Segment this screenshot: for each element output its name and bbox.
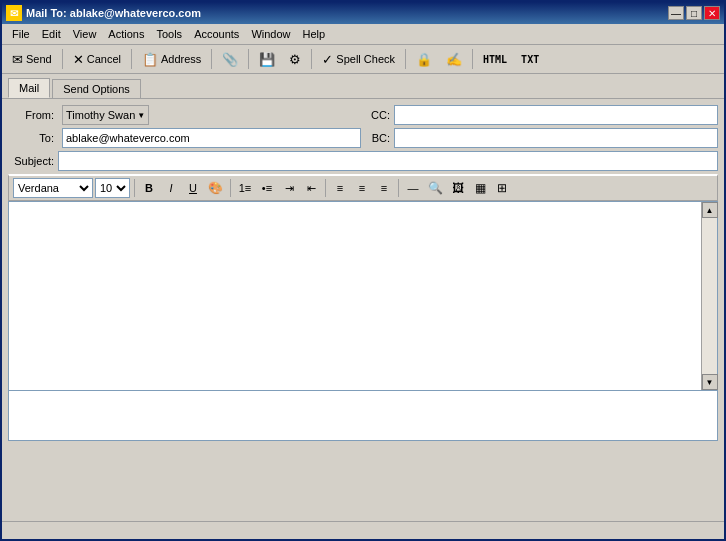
table-button[interactable]: ▦ [470,178,490,198]
zoom-button[interactable]: 🔍 [425,178,446,198]
cancel-label: Cancel [87,53,121,65]
toolbar-sep-5 [311,49,312,69]
spellcheck-icon: ✓ [322,52,333,67]
save-button[interactable]: 💾 [253,48,281,70]
title-bar: ✉ Mail To: ablake@whateverco.com — □ ✕ [2,2,724,24]
bold-button[interactable]: B [139,178,159,198]
to-label: To: [8,132,58,144]
ol-icon: 1≡ [239,182,252,194]
scrollbar[interactable]: ▲ ▼ [701,202,717,390]
bc-input[interactable] [394,128,718,148]
indent-button[interactable]: ⇥ [279,178,299,198]
toolbar-sep-6 [405,49,406,69]
toolbar: ✉ Send ✕ Cancel 📋 Address 📎 💾 ⚙ ✓ Spell … [2,45,724,74]
scroll-up-button[interactable]: ▲ [702,202,718,218]
underline-icon: U [189,182,197,194]
sign-icon: ✍ [446,52,462,67]
from-cc-row: From: Timothy Swan ▼ CC: [8,105,718,125]
menu-file[interactable]: File [6,26,36,42]
minimize-button[interactable]: — [668,6,684,20]
align-left-icon: ≡ [337,182,343,194]
scroll-track[interactable] [702,218,717,374]
scroll-down-button[interactable]: ▼ [702,374,718,390]
menu-bar: File Edit View Actions Tools Accounts Wi… [2,24,724,45]
format-sep-1 [134,179,135,197]
hr-button[interactable]: — [403,178,423,198]
menu-window[interactable]: Window [245,26,296,42]
toolbar-sep-4 [248,49,249,69]
tab-mail[interactable]: Mail [8,78,50,98]
save-icon: 💾 [259,52,275,67]
send-button[interactable]: ✉ Send [6,48,58,70]
align-right-icon: ≡ [381,182,387,194]
form-button[interactable]: ⊞ [492,178,512,198]
bc-label: BC: [365,132,390,144]
address-icon: 📋 [142,52,158,67]
toolbar-sep-2 [131,49,132,69]
close-button[interactable]: ✕ [704,6,720,20]
attach-button[interactable]: 📎 [216,48,244,70]
hr-icon: — [408,182,419,194]
maximize-button[interactable]: □ [686,6,702,20]
to-bc-row: To: BC: [8,128,718,148]
indent-icon: ⇥ [285,182,294,195]
cc-input[interactable] [394,105,718,125]
tab-send-options[interactable]: Send Options [52,79,141,98]
signature-area [8,391,718,441]
spellcheck-button[interactable]: ✓ Spell Check [316,48,401,70]
italic-button[interactable]: I [161,178,181,198]
subject-label: Subject: [8,155,58,167]
color-button[interactable]: 🎨 [205,178,226,198]
outdent-icon: ⇤ [307,182,316,195]
window-title: Mail To: ablake@whateverco.com [26,7,201,19]
menu-edit[interactable]: Edit [36,26,67,42]
ol-button[interactable]: 1≡ [235,178,255,198]
subject-input[interactable] [58,151,718,171]
from-value: Timothy Swan [66,109,135,121]
align-right-button[interactable]: ≡ [374,178,394,198]
image-button[interactable]: 🖼 [448,178,468,198]
send-icon: ✉ [12,52,23,67]
subject-row: Subject: [8,151,718,171]
font-select[interactable]: Verdana Arial Times New Roman [13,178,93,198]
zoom-icon: 🔍 [428,181,443,195]
toolbar-sep-1 [62,49,63,69]
menu-accounts[interactable]: Accounts [188,26,245,42]
menu-help[interactable]: Help [297,26,332,42]
outdent-button[interactable]: ⇤ [301,178,321,198]
align-center-button[interactable]: ≡ [352,178,372,198]
send-label: Send [26,53,52,65]
from-dropdown[interactable]: Timothy Swan ▼ [62,105,149,125]
color-icon: 🎨 [208,181,223,195]
html-button[interactable]: HTML [477,48,513,70]
editor-area[interactable] [9,202,701,390]
menu-actions[interactable]: Actions [102,26,150,42]
cancel-icon: ✕ [73,52,84,67]
bold-icon: B [145,182,153,194]
underline-button[interactable]: U [183,178,203,198]
menu-tools[interactable]: Tools [150,26,188,42]
editor-container: ▲ ▼ [8,201,718,391]
format-sep-4 [398,179,399,197]
italic-icon: I [169,182,172,194]
attach-icon: 📎 [222,52,238,67]
sign-button[interactable]: ✍ [440,48,468,70]
priority-button[interactable]: ⚙ [283,48,307,70]
status-bar [2,521,724,539]
cancel-button[interactable]: ✕ Cancel [67,48,127,70]
format-sep-2 [230,179,231,197]
size-select[interactable]: 8 9 10 11 12 [95,178,130,198]
preview-icon: TXT [521,54,539,65]
align-center-icon: ≡ [359,182,365,194]
main-content: From: Timothy Swan ▼ CC: To: [2,99,724,447]
to-input[interactable] [62,128,361,148]
address-label: Address [161,53,201,65]
address-button[interactable]: 📋 Address [136,48,207,70]
menu-view[interactable]: View [67,26,103,42]
priority-icon: ⚙ [289,52,301,67]
preview-button[interactable]: TXT [515,48,545,70]
ul-button[interactable]: •≡ [257,178,277,198]
toolbar-sep-7 [472,49,473,69]
align-left-button[interactable]: ≡ [330,178,350,198]
encrypt-button[interactable]: 🔒 [410,48,438,70]
